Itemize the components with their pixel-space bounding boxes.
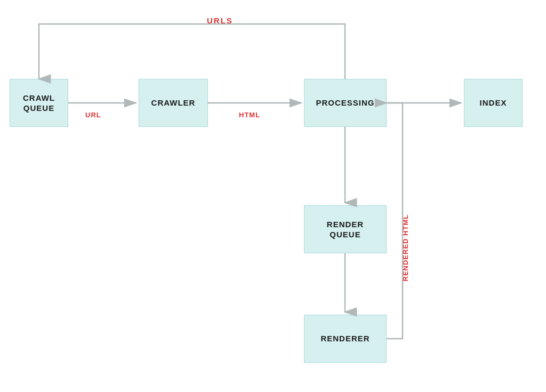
renderer-box: RENDERER (304, 315, 387, 363)
url-label: URL (85, 111, 101, 119)
crawl-queue-label: CRAWL QUEUE (10, 93, 68, 114)
processing-box: PROCESSING (304, 79, 387, 127)
crawl-queue-box: CRAWL QUEUE (10, 79, 68, 127)
render-queue-box: RENDERQUEUE (304, 205, 387, 253)
urls-label: URLS (207, 16, 233, 25)
processing-label: PROCESSING (316, 98, 374, 108)
diagram-container: CRAWL QUEUE CRAWLER PROCESSING INDEX REN… (0, 0, 546, 392)
index-box: INDEX (464, 79, 523, 127)
index-label: INDEX (480, 98, 507, 108)
html-label: HTML (239, 111, 260, 119)
crawler-box: CRAWLER (139, 79, 208, 127)
render-queue-label: RENDERQUEUE (327, 219, 364, 240)
renderer-label: RENDERER (320, 333, 370, 344)
rendered-html-label: RENDERED HTML (402, 214, 410, 282)
arrows-overlay (0, 0, 546, 392)
crawler-label: CRAWLER (151, 98, 196, 108)
